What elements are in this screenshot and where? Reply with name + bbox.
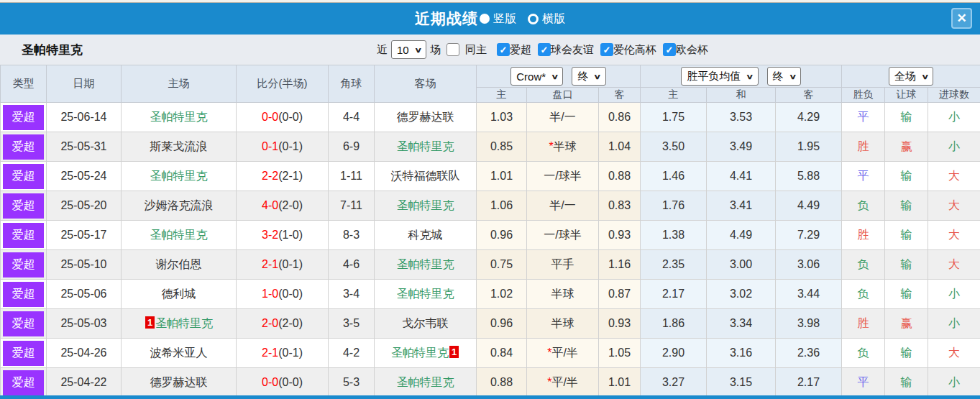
handicap-text: 半/一 bbox=[549, 199, 575, 211]
table-row: 爱超25-05-10谢尔伯恩2-1(0-1)4-6圣帕特里克0.75平手1.16… bbox=[1, 250, 980, 280]
odds-home-cell: 0.85 bbox=[477, 132, 527, 162]
vertical-layout-label[interactable]: 竖版 bbox=[493, 12, 516, 27]
subcol-odds-away: 客 bbox=[599, 88, 641, 103]
fulltime-score: 0-0 bbox=[262, 111, 278, 123]
away-team-name: 沃特福德联队 bbox=[391, 170, 460, 182]
odds-home-cell: 0.96 bbox=[477, 221, 527, 250]
score-cell: 1-0(0-0) bbox=[237, 280, 329, 309]
league-cell: 爱超 bbox=[1, 132, 47, 162]
handicap-text: 平手 bbox=[551, 258, 574, 270]
avg-draw-cell: 3.34 bbox=[707, 309, 776, 339]
subcol-handicap: 盘口 bbox=[527, 88, 599, 103]
league-label-3: 欧会杯 bbox=[676, 43, 708, 57]
home-team-name: 德利城 bbox=[162, 288, 196, 300]
chevron-down-icon: ∨ bbox=[921, 73, 929, 81]
close-button[interactable]: ✕ bbox=[951, 8, 972, 29]
scope-select[interactable]: 全场 ∨ bbox=[889, 67, 933, 86]
recent-results-modal: 近期战绩 竖版 横版 ✕ 圣帕特里克 近 10 ∨ 场 同主 ✓爱超✓球会友谊✓… bbox=[0, 0, 980, 399]
horizontal-layout-radio[interactable] bbox=[528, 14, 539, 24]
score-cell: 2-1(0-1) bbox=[237, 339, 329, 368]
avg-select[interactable]: 胜平负均值 ∨ bbox=[681, 67, 758, 86]
league-checkbox-0[interactable]: ✓ bbox=[497, 43, 510, 56]
table-row: 爱超25-04-22德罗赫达联0-0(0-0)5-3圣帕特里克0.88*平/半1… bbox=[1, 368, 980, 398]
home-team-name: 沙姆洛克流浪 bbox=[145, 199, 214, 211]
avg-win-cell: 3.50 bbox=[641, 132, 707, 162]
odds-away-cell: 0.93 bbox=[599, 221, 641, 250]
league-badge: 爱超 bbox=[3, 193, 44, 219]
modal-titlebar: 近期战绩 竖版 横版 ✕ bbox=[0, 3, 980, 35]
close-icon: ✕ bbox=[956, 11, 966, 26]
league-cell: 爱超 bbox=[1, 309, 47, 339]
date-cell: 25-05-03 bbox=[47, 309, 122, 339]
match-count-select[interactable]: 10 ∨ bbox=[391, 40, 426, 59]
table-row: 爱超25-05-06德利城1-0(0-0)3-4圣帕特里克1.02半球0.872… bbox=[1, 280, 980, 309]
halftime-score: (0-1) bbox=[278, 140, 303, 152]
table-row: 爱超25-06-14圣帕特里克0-0(0-0)4-4德罗赫达联1.03半/一0.… bbox=[1, 103, 980, 132]
avg-draw-cell: 3.00 bbox=[707, 250, 776, 280]
fulltime-score: 2-1 bbox=[262, 258, 278, 270]
table-row: 爱超25-05-31斯莱戈流浪0-1(0-1)6-9圣帕特里克0.85*半球1.… bbox=[1, 132, 980, 162]
avg-draw-cell: 3.53 bbox=[707, 103, 776, 132]
subcol-avg-win: 主 bbox=[641, 88, 707, 103]
league-checkbox-3[interactable]: ✓ bbox=[663, 43, 676, 56]
score-cell: 0-0(0-0) bbox=[237, 368, 329, 398]
avg-win-cell: 2.17 bbox=[641, 280, 707, 309]
table-row: 爱超25-05-031圣帕特里克2-0(2-0)3-5戈尔韦联0.96半球0.9… bbox=[1, 309, 980, 339]
date-cell: 25-05-31 bbox=[47, 132, 122, 162]
odds-away-cell: 0.88 bbox=[599, 162, 641, 191]
league-cell: 爱超 bbox=[1, 191, 47, 221]
handicap-cell: *半球 bbox=[527, 132, 599, 162]
avg-lose-cell: 1.95 bbox=[776, 132, 842, 162]
corners-cell: 4-6 bbox=[329, 250, 375, 280]
league-badge: 爱超 bbox=[3, 341, 44, 366]
fulltime-score: 0-1 bbox=[262, 140, 278, 152]
home-team-name: 波希米亚人 bbox=[150, 347, 208, 359]
col-header-date: 日期 bbox=[47, 65, 122, 103]
fulltime-score: 2-0 bbox=[262, 317, 278, 329]
handicap-cell: 一/球半 bbox=[527, 221, 599, 250]
date-cell: 25-04-22 bbox=[47, 368, 122, 398]
corners-cell: 3-4 bbox=[329, 280, 375, 309]
vertical-layout-radio[interactable] bbox=[480, 14, 490, 24]
league-checkbox-2[interactable]: ✓ bbox=[600, 43, 613, 56]
chevron-down-icon: ∨ bbox=[551, 73, 559, 81]
fulltime-score: 2-1 bbox=[262, 347, 278, 359]
avg-win-cell: 3.27 bbox=[641, 368, 707, 398]
odds-time-select[interactable]: 终 ∨ bbox=[572, 67, 605, 86]
fulltime-score: 3-2 bbox=[262, 229, 278, 241]
avg-draw-cell: 3.41 bbox=[707, 191, 776, 221]
home-team-cell: 1圣帕特里克 bbox=[122, 309, 237, 339]
result-cell: 胜 bbox=[842, 221, 885, 250]
avg-win-cell: 1.75 bbox=[641, 103, 707, 132]
odds-company-select[interactable]: Crow* ∨ bbox=[510, 67, 563, 86]
odds-home-cell: 0.75 bbox=[477, 250, 527, 280]
subcol-odds-home: 主 bbox=[477, 88, 527, 103]
modal-bottom-edge bbox=[0, 395, 980, 399]
outcome-group-header: 全场 ∨ bbox=[842, 65, 980, 88]
home-team-cell: 德利城 bbox=[122, 280, 237, 309]
horizontal-layout-label[interactable]: 横版 bbox=[542, 12, 565, 27]
league-badge: 爱超 bbox=[3, 282, 44, 307]
col-header-score: 比分(半场) bbox=[237, 65, 329, 103]
home-team-cell: 斯莱戈流浪 bbox=[122, 132, 237, 162]
league-checkbox-1[interactable]: ✓ bbox=[538, 43, 551, 56]
result-cell: 负 bbox=[842, 191, 885, 221]
odds-home-cell: 0.84 bbox=[477, 339, 527, 368]
handicap-text: 一/球半 bbox=[544, 229, 581, 241]
avg-lose-cell: 3.98 bbox=[776, 309, 842, 339]
modal-title: 近期战绩 bbox=[415, 9, 478, 29]
subcol-avg-lose: 客 bbox=[776, 88, 842, 103]
home-team-name: 德罗赫达联 bbox=[150, 376, 208, 388]
col-header-away: 客场 bbox=[375, 65, 477, 103]
date-cell: 25-04-26 bbox=[47, 339, 122, 368]
handicap-cell: 半球 bbox=[527, 309, 599, 339]
handicap-result-cell: 赢 bbox=[885, 309, 928, 339]
date-cell: 25-06-14 bbox=[47, 103, 122, 132]
league-checkbox-group: ✓爱超✓球会友谊✓爱伦高杯✓欧会杯 bbox=[490, 43, 708, 57]
avg-time-select[interactable]: 终 ∨ bbox=[767, 67, 801, 86]
handicap-result-cell: 输 bbox=[885, 339, 928, 368]
league-badge: 爱超 bbox=[3, 105, 44, 130]
same-home-checkbox[interactable] bbox=[447, 43, 459, 56]
league-cell: 爱超 bbox=[1, 368, 47, 398]
handicap-text: 半/一 bbox=[549, 111, 575, 123]
